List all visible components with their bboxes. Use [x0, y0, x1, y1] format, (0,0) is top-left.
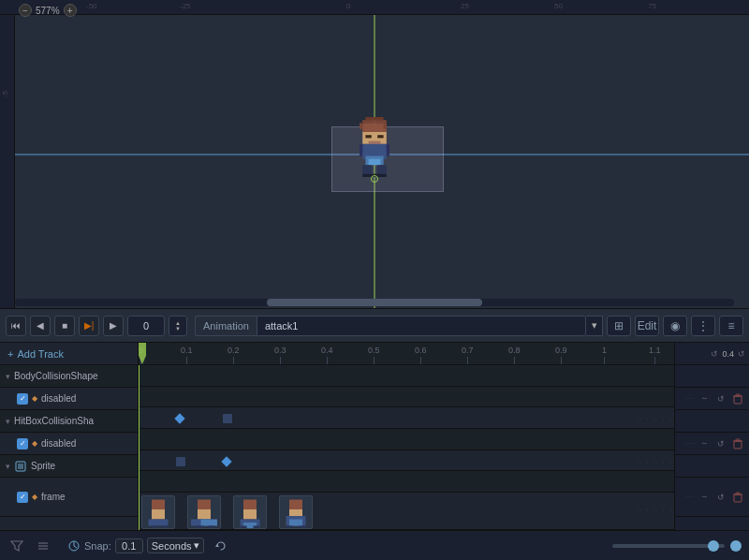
kf-body-1[interactable]	[174, 414, 184, 424]
snap-unit-select[interactable]: Seconds ▾	[147, 538, 204, 553]
ruler-09: 0.9	[555, 346, 567, 364]
body-collision-label: BodyCollisionShape	[14, 371, 132, 381]
sprite-curve-btn[interactable]: ～	[697, 490, 712, 505]
viewport-scrollbar[interactable]	[15, 299, 734, 306]
svg-rect-35	[241, 525, 247, 529]
play-button[interactable]: ▶	[103, 316, 124, 336]
copy-button[interactable]: ⊞	[607, 316, 631, 336]
svg-rect-19	[18, 464, 23, 469]
svg-rect-28	[201, 519, 218, 525]
frame-thumb-0[interactable]	[141, 495, 175, 529]
ruler-label-03: 0.3	[274, 346, 286, 355]
svg-rect-11	[387, 144, 389, 156]
zoom-label: 577%	[36, 6, 60, 16]
ruler-07: 0.7	[462, 346, 474, 364]
svg-rect-1	[362, 120, 387, 123]
body-disabled-controls: ··· ～ ↺	[675, 388, 749, 410]
list-button[interactable]	[34, 537, 52, 555]
ruler-1: 1	[602, 346, 607, 364]
frame-input[interactable]: 0	[127, 316, 165, 336]
viewport-scrollbar-thumb[interactable]	[267, 299, 482, 306]
viewport: -50 -25 0 25 50 75 -5 − 577% +	[0, 0, 749, 309]
svg-rect-7	[377, 135, 383, 138]
hitbox-loop-btn[interactable]: ↺	[713, 436, 728, 451]
sprite-group-controls	[675, 455, 749, 478]
ruler-label-06: 0.6	[415, 346, 427, 355]
svg-rect-10	[360, 144, 362, 156]
svg-rect-43	[734, 396, 742, 404]
frame-thumb-1[interactable]	[187, 495, 221, 529]
hitbox-curve-btn[interactable]: ～	[697, 436, 712, 451]
more-button[interactable]: ⋮	[691, 316, 715, 336]
frame-thumb-2[interactable]	[233, 495, 267, 529]
svg-rect-4	[384, 123, 387, 128]
svg-rect-49	[734, 494, 742, 502]
hitbox-group-spacer	[139, 429, 674, 450]
sprite-frame-checkbox[interactable]: ✓	[17, 492, 28, 503]
rewind-to-start-button[interactable]: ⏮	[6, 316, 26, 336]
sprite-delete-btn[interactable]	[730, 490, 745, 505]
sync-button[interactable]	[212, 537, 230, 555]
zoom-end-indicator	[730, 540, 742, 552]
ruler-tick-02	[233, 357, 234, 364]
add-track-button[interactable]: + Add Track	[0, 343, 138, 365]
playhead	[139, 365, 140, 530]
kf-hitbox-1[interactable]	[176, 457, 185, 466]
body-disabled-checkbox[interactable]: ✓	[17, 393, 28, 405]
body-delete-btn[interactable]	[730, 391, 745, 406]
track-labels: + Add Track ▾ BodyCollisionShape ✓ ◆ dis…	[0, 343, 139, 530]
body-loop-btn[interactable]: ↺	[713, 391, 728, 406]
zoom-in-button[interactable]: +	[64, 4, 77, 17]
body-group-spacer	[139, 387, 674, 408]
sprite-loop-btn[interactable]: ↺	[713, 490, 728, 505]
filter-button[interactable]	[7, 537, 26, 555]
frame-spinner[interactable]: ▲ ▼	[169, 316, 187, 336]
body-collision-group[interactable]: ▾ BodyCollisionShape	[0, 365, 138, 388]
hitbox-collision-group[interactable]: ▾ HitBoxCollisionSha	[0, 410, 138, 433]
edit-button[interactable]: Edit	[635, 316, 659, 336]
animation-name-container: Animation attack1 ▾	[195, 316, 603, 336]
interp-dots-hitbox: · · · · ·	[639, 458, 674, 466]
svg-rect-30	[208, 525, 214, 529]
kf-hitbox-2[interactable]	[221, 456, 231, 466]
ruler-label-01: 0.1	[181, 346, 193, 355]
sprite-label: Sprite	[31, 461, 132, 471]
hitbox-delete-btn[interactable]	[730, 436, 745, 451]
body-curve-btn[interactable]: ～	[697, 391, 712, 406]
timeline-zoom-slider[interactable]	[612, 544, 725, 548]
svg-rect-36	[254, 525, 260, 529]
hitbox-disabled-checkbox[interactable]: ✓	[17, 438, 28, 449]
sprite-group[interactable]: ▾ Sprite	[0, 455, 138, 478]
step-back-button[interactable]: ◀	[30, 316, 51, 336]
stop-button[interactable]: ■	[54, 316, 75, 336]
settings-button[interactable]: ≡	[719, 316, 743, 336]
sprite-group-spacer	[139, 471, 674, 493]
zoom-controls: − 577% +	[19, 4, 77, 17]
ruler-mark-75: 75	[648, 2, 656, 10]
snap-label: Snap:	[84, 540, 111, 552]
hitbox-disabled-row: ✓ ◆ disabled	[0, 433, 138, 455]
ruler-tick-06	[420, 357, 421, 364]
animation-dropdown[interactable]: ▾	[586, 316, 603, 336]
zoom-out-button[interactable]: −	[19, 4, 32, 17]
body-disabled-keyframes: · · · · ·	[139, 407, 674, 429]
kf-body-2[interactable]	[223, 414, 232, 423]
play-cursor-button[interactable]: ▶|	[79, 316, 99, 336]
ruler-label-11: 1.1	[649, 346, 661, 355]
hitbox-disabled-label: disabled	[41, 438, 132, 449]
svg-rect-13	[369, 159, 381, 165]
expand-icon: ▾	[6, 372, 10, 381]
sprite-container	[350, 117, 399, 179]
svg-marker-52	[11, 541, 22, 551]
snap-value-input[interactable]: 0.1	[115, 538, 143, 553]
hitbox-disabled-keyframes: · · · · ·	[139, 450, 674, 472]
timeline-zoom-thumb[interactable]	[708, 540, 719, 552]
timeline: ⏮ ◀ ■ ▶| ▶ 0 ▲ ▼ Animation attack1 ▾ ⊞ E…	[0, 309, 749, 560]
ruler-mark-0: 0	[346, 2, 350, 10]
add-track-spacer	[139, 365, 674, 387]
svg-rect-40	[289, 519, 302, 525]
frame-thumb-3[interactable]	[279, 495, 313, 529]
ruler-label-04: 0.4	[321, 346, 333, 355]
add-track-label: Add Track	[17, 348, 64, 360]
blend-button[interactable]: ◉	[663, 316, 687, 336]
